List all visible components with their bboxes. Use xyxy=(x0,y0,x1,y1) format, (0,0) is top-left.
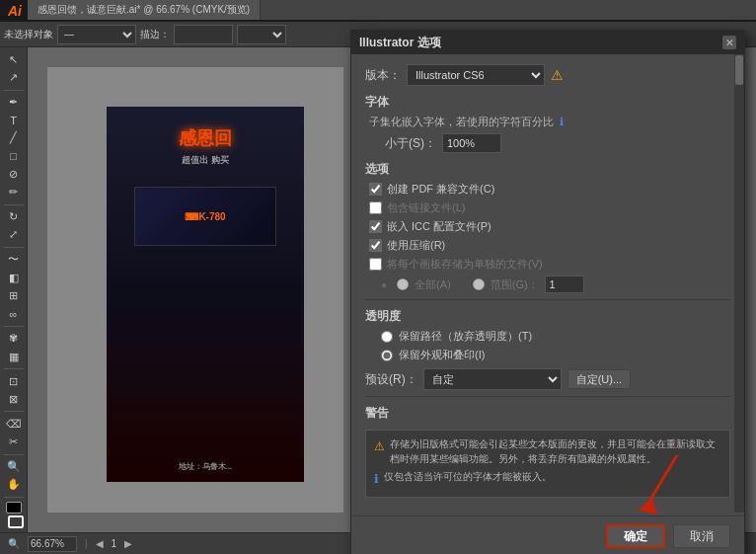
canvas-keyboard-img: ⌨ K-780 xyxy=(134,187,276,246)
font-desc-text: 子集化嵌入字体，若使用的字符百分比 xyxy=(369,116,554,127)
warning-line-2: ℹ 仅包含适当许可位的字体才能被嵌入。 xyxy=(374,469,721,488)
warning-box: ⚠ 存储为旧版格式可能会引起某些文本版面的更改，并且可能会在重新读取文档时停用某… xyxy=(365,430,730,498)
custom-button[interactable]: 自定(U)... xyxy=(567,369,631,389)
artboard-tool[interactable]: ⊡ xyxy=(3,373,25,389)
warning-text-1: 存储为旧版格式可能会引起某些文本版面的更改，并且可能会在重新读取文档时停用某些编… xyxy=(390,436,721,466)
font-threshold-input[interactable] xyxy=(442,133,501,153)
blend-mode-select[interactable] xyxy=(237,25,286,44)
font-info-icon: ℹ xyxy=(560,116,564,127)
mesh-tool[interactable]: ⊞ xyxy=(3,287,25,303)
blend-tool[interactable]: ∞ xyxy=(3,306,25,322)
direct-select-tool[interactable]: ↗ xyxy=(3,69,25,85)
preserve-paths-label: 保留路径（放弃透明度）(T) xyxy=(399,329,532,344)
dialog-title: Illustrator 选项 xyxy=(359,35,441,51)
zoom-tool[interactable]: 🔍 xyxy=(3,458,25,474)
use-compression-checkbox[interactable] xyxy=(369,239,382,252)
preset-label: 预设(R)： xyxy=(365,371,417,388)
radio-range[interactable] xyxy=(473,278,485,290)
page-display: 1 xyxy=(112,538,117,549)
include-linked-checkbox[interactable] xyxy=(369,201,382,214)
radio-preserve-paths[interactable] xyxy=(381,331,393,343)
warning-section-header: 警告 xyxy=(365,405,730,422)
ok-button[interactable]: 确定 xyxy=(606,524,665,548)
create-pdf-label: 创建 PDF 兼容文件(C) xyxy=(387,182,494,197)
stroke-input[interactable] xyxy=(174,25,233,44)
line-tool[interactable]: ╱ xyxy=(3,130,25,146)
page-nav-next[interactable]: ▶ xyxy=(124,538,132,549)
preserve-paths-row: 保留路径（放弃透明度）(T) xyxy=(365,329,730,344)
stroke-select[interactable]: — xyxy=(57,25,136,44)
tool-sep-3 xyxy=(4,247,24,248)
embed-icc-label: 嵌入 ICC 配置文件(P) xyxy=(387,219,491,234)
ai-window: Ai 文件(F) 编辑(E) 对象(O) 文字(T) 选择(S) 效果(C) 视… xyxy=(0,0,756,554)
info-circle-icon: ℹ xyxy=(374,470,379,488)
version-select[interactable]: Illustrator CS6 xyxy=(407,64,545,86)
divider-2 xyxy=(365,396,730,397)
radio-all[interactable] xyxy=(397,278,409,290)
eraser-tool[interactable]: ⌫ xyxy=(3,416,25,432)
version-row: 版本： Illustrator CS6 ⚠ xyxy=(365,64,730,86)
info-text-1: 仅包含适当许可位的字体才能被嵌入。 xyxy=(384,469,552,484)
gradient-tool[interactable]: ◧ xyxy=(3,270,25,285)
dialog-scrollbar[interactable] xyxy=(734,54,744,513)
preserve-appearance-row: 保留外观和叠印(I) xyxy=(365,348,730,362)
selection-tool[interactable]: ↖ xyxy=(3,51,25,67)
options-section-header: 选项 xyxy=(365,161,730,178)
tool-sep-8 xyxy=(4,497,24,498)
create-pdf-checkbox[interactable] xyxy=(369,183,382,196)
left-toolbar: ↖ ↗ ✒ T ╱ □ ⊘ ✏ ↻ ⤢ 〜 ◧ ⊞ ∞ ✾ ▦ ⊡ ⊠ ⌫ ✂ … xyxy=(0,47,28,532)
pencil-tool[interactable]: ✏ xyxy=(3,185,25,200)
scale-tool[interactable]: ⤢ xyxy=(3,227,25,243)
transparency-section-header: 透明度 xyxy=(365,308,730,325)
tool-sep-4 xyxy=(4,326,24,327)
type-tool[interactable]: T xyxy=(3,113,25,128)
scissors-tool[interactable]: ✂ xyxy=(3,434,25,449)
embed-icc-row: 嵌入 ICC 配置文件(P) xyxy=(365,219,730,234)
warp-tool[interactable]: 〜 xyxy=(3,252,25,268)
save-each-board-checkbox[interactable] xyxy=(369,258,382,271)
embed-icc-checkbox[interactable] xyxy=(369,220,382,233)
pen-tool[interactable]: ✒ xyxy=(3,94,25,110)
dialog-body: 版本： Illustrator CS6 ⚠ 字体 子集化嵌入字体，若使用的字符百… xyxy=(351,54,744,515)
tool-sep-5 xyxy=(4,368,24,369)
font-threshold-row: 小于(S)： xyxy=(365,133,730,153)
symbol-spray-tool[interactable]: ✾ xyxy=(3,331,25,347)
stroke-color[interactable] xyxy=(8,515,24,528)
divider-1 xyxy=(365,299,730,300)
document-tab-bar: 感恩回馈，诚意巨献.ai* @ 66.67% (CMYK/预览) xyxy=(28,0,756,20)
rotate-tool[interactable]: ↻ xyxy=(3,209,25,225)
fill-color[interactable] xyxy=(6,502,22,514)
page-nav-prev[interactable]: ◀ xyxy=(96,538,104,549)
cancel-button[interactable]: 取消 xyxy=(673,524,730,548)
radio-all-label: 全部(A) xyxy=(415,277,451,292)
scrollbar-thumb[interactable] xyxy=(735,55,743,85)
save-each-board-label: 将每个画板存储为单独的文件(V) xyxy=(387,257,543,272)
tool-sep-2 xyxy=(4,204,24,205)
create-pdf-row: 创建 PDF 兼容文件(C) xyxy=(365,182,730,197)
tool-sep-6 xyxy=(4,411,24,412)
preset-select[interactable]: 自定 xyxy=(423,368,562,390)
range-input[interactable] xyxy=(545,276,584,293)
zoom-input[interactable] xyxy=(28,536,77,552)
paintbrush-tool[interactable]: ⊘ xyxy=(3,166,25,182)
artboard-range-row: ● 全部(A) 范围(G)： xyxy=(365,276,730,293)
column-graph-tool[interactable]: ▦ xyxy=(3,349,25,364)
font-desc: 子集化嵌入字体，若使用的字符百分比 ℹ xyxy=(365,115,730,129)
rect-tool[interactable]: □ xyxy=(3,148,25,164)
dialog-close-button[interactable]: ✕ xyxy=(722,36,736,49)
tool-sep-1 xyxy=(4,90,24,91)
hand-tool[interactable]: ✋ xyxy=(3,477,25,493)
canvas-bottom-text: 地址：乌鲁木... xyxy=(107,461,304,472)
slice-tool[interactable]: ⊠ xyxy=(3,391,25,407)
ai-logo: Ai xyxy=(8,3,22,19)
illustrator-options-dialog: Illustrator 选项 ✕ 版本： Illustrator CS6 ⚠ 字… xyxy=(350,30,745,554)
canvas-background: 感恩回 超值出 购买 ⌨ K-780 地址：乌鲁木... xyxy=(47,67,343,513)
version-warning-icon: ⚠ xyxy=(551,67,564,83)
stroke-label: 描边： xyxy=(140,28,170,41)
canvas-document: 感恩回 超值出 购买 ⌨ K-780 地址：乌鲁木... xyxy=(107,107,304,482)
radio-preserve-appearance[interactable] xyxy=(381,350,393,361)
include-linked-label: 包含链接文件(L) xyxy=(387,200,465,215)
save-each-board-row: 将每个画板存储为单独的文件(V) xyxy=(365,257,730,272)
use-compression-row: 使用压缩(R) xyxy=(365,238,730,253)
document-tab[interactable]: 感恩回馈，诚意巨献.ai* @ 66.67% (CMYK/预览) xyxy=(28,0,261,20)
